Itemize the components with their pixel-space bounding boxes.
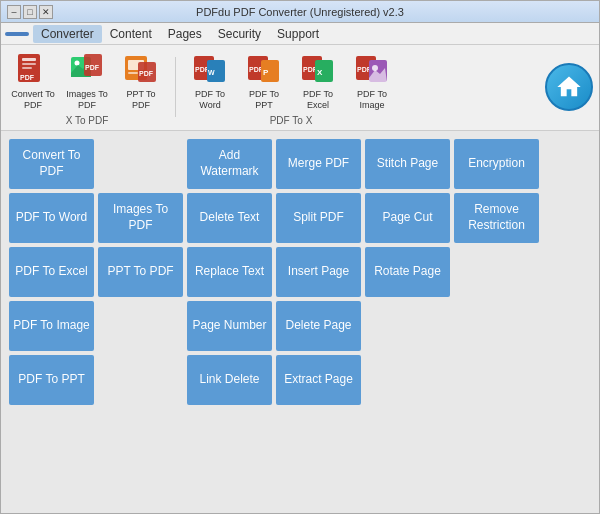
menu-support[interactable]: Support — [269, 25, 327, 43]
cell-add-watermark[interactable]: Add Watermark — [187, 139, 272, 189]
cell-page-cut[interactable]: Page Cut — [365, 193, 450, 243]
svg-text:P: P — [263, 68, 269, 77]
cell-stitch-page[interactable]: Stitch Page — [365, 139, 450, 189]
window-title: PDFdu PDF Converter (Unregistered) v2.3 — [57, 6, 543, 18]
cell-empty-4-5 — [454, 355, 539, 405]
svg-point-6 — [75, 61, 80, 66]
cell-split-pdf[interactable]: Split PDF — [276, 193, 361, 243]
cell-convert-to-pdf[interactable]: Convert To PDF — [9, 139, 94, 189]
svg-rect-3 — [22, 67, 32, 69]
cell-encryption[interactable]: Encryption — [454, 139, 539, 189]
toolbar-pdf-to-ppt-label: PDF To PPT — [242, 89, 286, 111]
toolbar-pdf-to-word[interactable]: PDF W PDF To Word — [184, 49, 236, 113]
toolbar-group-pdf-to-x: PDF W PDF To Word PDF P — [184, 49, 398, 126]
svg-text:PDF: PDF — [20, 74, 35, 81]
toolbar-separator — [175, 57, 176, 117]
toolbar-convert-to-pdf-label: Convert To PDF — [11, 89, 55, 111]
title-bar: – □ ✕ PDFdu PDF Converter (Unregistered)… — [1, 1, 599, 23]
menu-pages[interactable]: Pages — [160, 25, 210, 43]
toolbar-pdf-to-excel[interactable]: PDF X PDF To Excel — [292, 49, 344, 113]
toolbar: PDF Convert To PDF PDF — [1, 45, 599, 131]
menu-content[interactable]: Content — [102, 25, 160, 43]
svg-text:X: X — [317, 68, 323, 77]
cell-merge-pdf[interactable]: Merge PDF — [276, 139, 361, 189]
cell-delete-page[interactable]: Delete Page — [276, 301, 361, 351]
svg-text:PDF: PDF — [85, 64, 100, 71]
cell-empty-3-1 — [98, 301, 183, 351]
toolbar-images-to-pdf-label: Images To PDF — [65, 89, 109, 111]
toolbar-ppt-to-pdf[interactable]: PDF PPT To PDF — [115, 49, 167, 113]
ppt-to-pdf-icon: PDF — [123, 51, 159, 87]
grid-row-1: PDF To Word Images To PDF Delete Text Sp… — [9, 193, 591, 243]
main-window: – □ ✕ PDFdu PDF Converter (Unregistered)… — [0, 0, 600, 514]
toolbar-convert-to-pdf[interactable]: PDF Convert To PDF — [7, 49, 59, 113]
convert-to-pdf-icon: PDF — [15, 51, 51, 87]
svg-text:PDF: PDF — [139, 70, 154, 77]
cell-pdf-to-excel[interactable]: PDF To Excel — [9, 247, 94, 297]
cell-replace-text[interactable]: Replace Text — [187, 247, 272, 297]
minimize-button[interactable]: – — [7, 5, 21, 19]
toolbar-group2-label: PDF To X — [270, 115, 313, 126]
content-area: Convert To PDF Add Watermark Merge PDF S… — [1, 131, 599, 513]
pdf-to-word-icon: PDF W — [192, 51, 228, 87]
cell-delete-text[interactable]: Delete Text — [187, 193, 272, 243]
menu-converter[interactable]: Converter — [33, 25, 102, 43]
cell-pdf-to-ppt[interactable]: PDF To PPT — [9, 355, 94, 405]
grid-row-4: PDF To PPT Link Delete Extract Page — [9, 355, 591, 405]
cell-rotate-page[interactable]: Rotate Page — [365, 247, 450, 297]
cell-empty-3-4 — [365, 301, 450, 351]
cell-insert-page[interactable]: Insert Page — [276, 247, 361, 297]
toolbar-group1-label: X To PDF — [66, 115, 109, 126]
cell-page-number[interactable]: Page Number — [187, 301, 272, 351]
menu-bar: Converter Content Pages Security Support — [1, 23, 599, 45]
cell-link-delete[interactable]: Link Delete — [187, 355, 272, 405]
pdf-to-image-icon: PDF — [354, 51, 390, 87]
svg-rect-12 — [128, 72, 138, 74]
images-to-pdf-icon: PDF — [69, 51, 105, 87]
cell-empty-0-1 — [98, 139, 183, 189]
toolbar-images-to-pdf[interactable]: PDF Images To PDF — [61, 49, 113, 113]
svg-text:W: W — [208, 69, 215, 76]
svg-rect-2 — [22, 63, 36, 65]
home-icon — [555, 73, 583, 101]
pdf-to-excel-icon: PDF X — [300, 51, 336, 87]
grid-row-0: Convert To PDF Add Watermark Merge PDF S… — [9, 139, 591, 189]
toolbar-pdf-to-word-label: PDF To Word — [188, 89, 232, 111]
cell-ppt-to-pdf[interactable]: PPT To PDF — [98, 247, 183, 297]
grid-container: Convert To PDF Add Watermark Merge PDF S… — [9, 139, 591, 405]
maximize-button[interactable]: □ — [23, 5, 37, 19]
toolbar-pdf-to-ppt[interactable]: PDF P PDF To PPT — [238, 49, 290, 113]
cell-pdf-to-image[interactable]: PDF To Image — [9, 301, 94, 351]
cell-empty-4-1 — [98, 355, 183, 405]
menu-security[interactable]: Security — [210, 25, 269, 43]
pdf-to-ppt-icon: PDF P — [246, 51, 282, 87]
toolbar-pdf-to-image-label: PDF To Image — [350, 89, 394, 111]
home-tab[interactable] — [5, 32, 29, 36]
toolbar-ppt-to-pdf-label: PPT To PDF — [119, 89, 163, 111]
cell-pdf-to-word[interactable]: PDF To Word — [9, 193, 94, 243]
toolbar-group-x-to-pdf: PDF Convert To PDF PDF — [7, 49, 167, 126]
cell-images-to-pdf[interactable]: Images To PDF — [98, 193, 183, 243]
toolbar-pdf-to-image[interactable]: PDF PDF To Image — [346, 49, 398, 113]
home-button[interactable] — [545, 63, 593, 111]
toolbar-pdf-to-excel-label: PDF To Excel — [296, 89, 340, 111]
cell-remove-restriction[interactable]: Remove Restriction — [454, 193, 539, 243]
grid-row-2: PDF To Excel PPT To PDF Replace Text Ins… — [9, 247, 591, 297]
cell-empty-3-5 — [454, 301, 539, 351]
close-button[interactable]: ✕ — [39, 5, 53, 19]
cell-empty-2-5 — [454, 247, 539, 297]
svg-rect-1 — [22, 58, 36, 61]
grid-row-3: PDF To Image Page Number Delete Page — [9, 301, 591, 351]
cell-empty-4-4 — [365, 355, 450, 405]
cell-extract-page[interactable]: Extract Page — [276, 355, 361, 405]
